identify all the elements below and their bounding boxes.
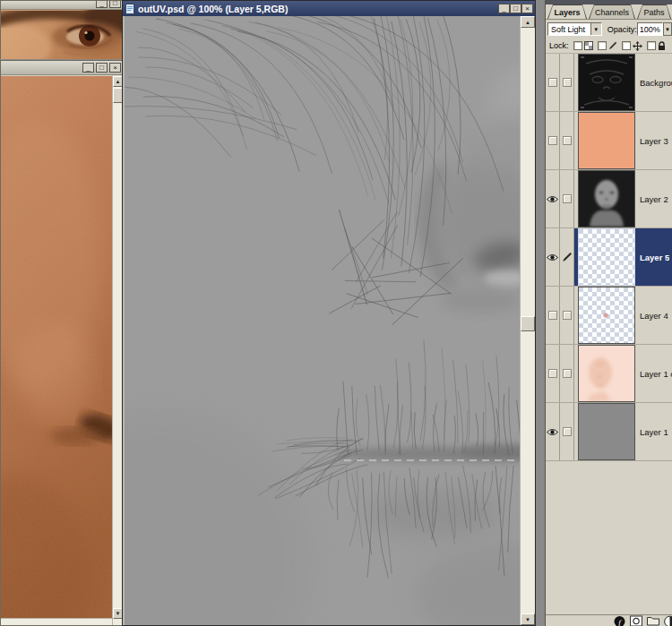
visibility-toggle[interactable] <box>546 345 560 402</box>
lock-all-icon <box>658 41 666 51</box>
layer-thumbnail[interactable] <box>578 287 635 344</box>
link-checkbox <box>563 136 572 145</box>
document-titlebar[interactable]: outUV.psd @ 100% (Layer 5,RGB) _ □ × <box>123 1 535 16</box>
lock-all-checkbox[interactable] <box>647 41 656 50</box>
layer-name: Layer 4 <box>640 311 668 321</box>
layer-name: Layer 1 <box>640 427 668 437</box>
visibility-toggle[interactable] <box>546 170 560 227</box>
link-paint-column[interactable] <box>560 170 574 227</box>
layer-row-layer-3[interactable]: Layer 3 <box>546 112 672 170</box>
opacity-field[interactable]: 100% <box>637 22 663 36</box>
link-checkbox <box>563 194 572 203</box>
layer-row-layer-4[interactable]: Layer 4 <box>546 287 672 345</box>
layer-row-layer-1[interactable]: Layer 1 <box>546 403 672 461</box>
layer-row-background-c[interactable]: Background c <box>546 54 672 112</box>
paintbrush-icon <box>562 252 573 262</box>
opacity-slider-arrow-icon[interactable]: ▼ <box>663 22 672 36</box>
layer-name: Layer 1 copy <box>640 369 672 379</box>
visibility-checkbox <box>548 369 557 378</box>
lock-image-icon <box>608 41 617 50</box>
new-layer-set-button[interactable] <box>647 615 659 626</box>
document-window: outUV.psd @ 100% (Layer 5,RGB) _ □ × <box>122 0 536 626</box>
layer-style-button[interactable]: f <box>614 615 625 626</box>
chevron-down-icon[interactable]: ▼ <box>590 23 601 35</box>
lock-all-group <box>647 41 666 51</box>
link-paint-column[interactable] <box>560 287 574 344</box>
layer-thumbnail[interactable] <box>578 54 635 111</box>
opacity-value: 100% <box>638 25 662 34</box>
palette-empty-area <box>546 461 672 614</box>
visibility-checkbox <box>548 78 557 87</box>
document-title: outUV.psd @ 100% (Layer 5,RGB) <box>138 4 498 14</box>
lock-image-group <box>598 41 617 51</box>
skin-window-titlebar[interactable]: _ □ × <box>1 61 123 75</box>
desktop: _ □ _ □ <box>0 0 672 626</box>
layer-row-layer-5[interactable]: Layer 5 <box>546 228 672 287</box>
minimize-button[interactable]: _ <box>82 63 94 73</box>
layer-name: Background c <box>640 78 672 88</box>
blend-mode-value: Soft Light <box>548 25 590 34</box>
link-paint-column[interactable] <box>560 112 574 169</box>
scroll-down-button[interactable]: ▼ <box>521 613 535 625</box>
layer-mask-button[interactable] <box>630 615 642 626</box>
maximize-button[interactable]: □ <box>96 63 108 73</box>
lock-position-checkbox[interactable] <box>622 41 631 50</box>
link-checkbox <box>563 78 572 87</box>
visibility-checkbox <box>548 311 557 320</box>
tab-channels[interactable]: Channels <box>589 4 635 19</box>
link-paint-column[interactable] <box>560 228 574 286</box>
visibility-toggle[interactable] <box>546 54 560 111</box>
tab-layers[interactable]: Layers <box>547 4 587 19</box>
skin-texture-window: _ □ × <box>0 60 124 626</box>
document-canvas[interactable] <box>125 16 520 625</box>
lock-position-group <box>622 41 642 51</box>
link-paint-column[interactable] <box>560 54 574 111</box>
layer-list: Background cLayer 3Layer 2Layer 5Layer 4… <box>546 54 672 461</box>
visibility-toggle[interactable] <box>546 403 560 460</box>
opacity-label: Opacity: <box>607 25 637 34</box>
close-button[interactable]: × <box>521 4 533 13</box>
minimize-button[interactable]: _ <box>498 4 510 13</box>
lock-position-icon <box>633 41 642 51</box>
horizontal-scrollbar[interactable] <box>1 618 112 625</box>
layers-palette: LayersChannelsPaths Soft Light ▼ Opacity… <box>545 0 672 626</box>
link-checkbox <box>563 311 572 320</box>
lock-row: Lock: <box>546 39 672 54</box>
link-paint-column[interactable] <box>560 345 574 402</box>
maximize-button[interactable]: □ <box>510 4 521 13</box>
lock-transparency-checkbox[interactable] <box>573 41 582 50</box>
eye-icon <box>547 195 558 203</box>
layer-thumbnail[interactable] <box>578 228 635 286</box>
scrollbar-thumb[interactable] <box>521 316 535 331</box>
link-paint-column[interactable] <box>560 403 574 460</box>
psd-file-icon <box>125 4 134 14</box>
layer-thumbnail[interactable] <box>578 403 635 460</box>
new-adjustment-layer-button[interactable] <box>664 615 672 626</box>
layer-thumbnail[interactable] <box>578 112 635 169</box>
eye-photo-window: _ □ <box>0 0 124 59</box>
eye-icon <box>547 253 558 262</box>
eye-window-titlebar[interactable]: _ □ <box>1 1 123 10</box>
lock-image-checkbox[interactable] <box>598 41 607 50</box>
tab-paths[interactable]: Paths <box>637 4 671 19</box>
maximize-button[interactable]: □ <box>109 1 121 8</box>
lock-transparency-icon <box>584 41 593 50</box>
skin-photo <box>1 76 112 625</box>
layer-row-layer-2[interactable]: Layer 2 <box>546 170 672 228</box>
blend-mode-select[interactable]: Soft Light ▼ <box>547 22 602 36</box>
visibility-toggle[interactable] <box>546 287 560 344</box>
layer-thumbnail[interactable] <box>578 170 635 227</box>
scroll-up-button[interactable]: ▲ <box>521 16 535 28</box>
palette-bottom-bar: f <box>546 614 672 626</box>
palette-controls: Soft Light ▼ Opacity: 100% ▼ <box>546 20 672 39</box>
document-scrollbar[interactable]: ▲ ▼ <box>520 16 535 625</box>
layer-thumbnail[interactable] <box>578 345 635 402</box>
minimize-button[interactable]: _ <box>96 1 108 8</box>
lock-transparency-group <box>573 41 593 51</box>
close-button[interactable]: × <box>109 63 121 73</box>
visibility-toggle[interactable] <box>546 228 560 286</box>
eye-icon <box>547 428 558 436</box>
layer-row-layer-1-copy[interactable]: Layer 1 copy <box>546 345 672 403</box>
visibility-toggle[interactable] <box>546 112 560 169</box>
lock-label: Lock: <box>549 41 569 50</box>
